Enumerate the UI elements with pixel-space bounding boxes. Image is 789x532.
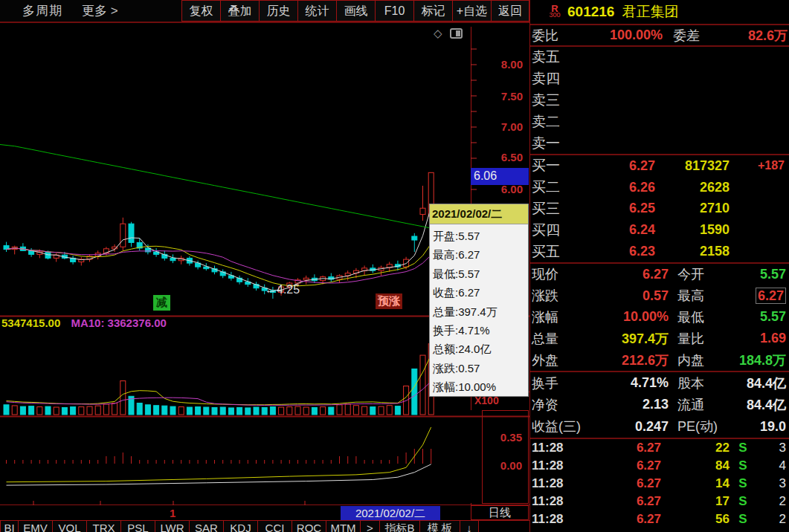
tick-row: 11:286.2717S2 [530, 493, 789, 510]
ask-row: 卖一 [530, 132, 789, 154]
stat-value: 0.57 [600, 288, 669, 304]
tick-count: 3 [756, 476, 788, 491]
tab-indicator-b[interactable]: 指标B [379, 520, 419, 532]
tooltip-line: 最低:5.57 [433, 265, 528, 283]
badge-300: 300 [545, 12, 564, 19]
ask-label: 卖三 [532, 91, 573, 110]
stat-label: 今开 [669, 265, 737, 283]
stat-label: 换手 [532, 374, 600, 392]
tooltip-line: 换手:4.71% [433, 321, 528, 340]
stat-value: 184.8万 [737, 351, 788, 369]
tab-indicator[interactable]: MTM [326, 520, 360, 532]
tick-time: 11:28 [532, 512, 579, 527]
tab-indicator[interactable]: VOL [52, 520, 86, 532]
tick-list[interactable]: 11:286.2722S3 11:286.2784S4 11:286.2714S… [530, 439, 789, 528]
fundamental-stats: 换手4.71%股本84.4亿 净资2.13流通84.4亿 收益(三)0.247P… [530, 372, 789, 439]
tick-price: 6.27 [579, 476, 661, 491]
tooltip-line: 总额:24.0亿 [433, 340, 528, 358]
stat-label: 外盘 [532, 351, 600, 369]
ask-row: 卖二 [530, 111, 789, 132]
bid-row: 买一6.27817327+187 [530, 155, 789, 177]
bid-extra: +187 [730, 159, 788, 172]
tab-more-arrow[interactable]: > [360, 520, 379, 532]
tab-indicator[interactable]: SAR [189, 520, 223, 532]
tick-price: 6.27 [579, 494, 661, 509]
tooltip-body: 开盘:5.57 最高:6.27 最低:5.57 收盘:6.27 总量:397.4… [430, 224, 528, 396]
trading-app: 多周期 更多 > 复权 叠加 历史 统计 画线 F10 标记 +自选 返回 ◇ … [0, 0, 789, 532]
tooltip-line: 涨幅:10.00% [433, 377, 528, 396]
stat-value: 10.00% [600, 309, 669, 325]
indicator-axis-label: 0.35 [471, 431, 522, 444]
quote-row: 现价6.27今开5.57 [530, 264, 789, 285]
stat-label: 涨跌 [532, 287, 600, 305]
r300-index-badge: R 300 [545, 5, 564, 19]
ask-levels: 卖五 卖四 卖三 卖二 卖一 [530, 47, 789, 155]
stock-code: 601216 [567, 4, 614, 20]
chart-region[interactable]: ◇ 8.00 7.50 7.00 6.50 6.00 6.06 减 ←4.25 … [0, 23, 529, 532]
tick-price: 6.27 [579, 441, 661, 455]
tick-count: 4 [756, 458, 788, 473]
tab-indicator[interactable]: EMV [18, 520, 52, 532]
tick-count: 2 [756, 494, 788, 509]
tooltip-line: 开盘:5.57 [433, 227, 528, 245]
tab-indicator[interactable]: LWR [155, 520, 189, 532]
fund-row: 换手4.71%股本84.4亿 [530, 372, 789, 394]
bid-levels: 买一6.27817327+187 买二6.262628 买三6.252710 买… [530, 155, 789, 264]
tick-count: 3 [756, 441, 788, 455]
tab-indicator[interactable]: PSL [120, 520, 155, 532]
quote-row: 涨跌0.57最高6.27 [530, 285, 789, 307]
tick-side: S [730, 458, 756, 473]
current-date-box: 2021/02/02/二 [341, 506, 440, 520]
tab-indicator[interactable]: TRX [86, 520, 120, 532]
tick-volume: 84 [661, 458, 730, 473]
bid-price: 6.27 [573, 158, 655, 174]
crosshair-price-box: 6.06 [471, 168, 529, 185]
volume-ma-labels: 5347415.00 MA10: 3362376.00 [1, 317, 167, 329]
bid-volume: 2710 [655, 201, 730, 216]
tab-indicator[interactable]: KDJ [223, 520, 257, 532]
tooltip-date: 2021/02/02/二 [430, 204, 528, 224]
stat-value: 212.6万 [600, 351, 669, 369]
bid-price: 6.23 [573, 244, 655, 259]
tick-time: 11:28 [532, 458, 579, 473]
stat-value: 5.57 [737, 267, 788, 282]
tab-indicator[interactable]: BI [0, 520, 18, 532]
volume-ma10-value: MA10: 3362376.00 [71, 317, 166, 329]
tick-row: 11:286.2714S3 [530, 475, 789, 493]
tick-volume: 14 [661, 476, 730, 491]
stat-label: 流通 [669, 396, 737, 414]
bid-price: 6.26 [573, 180, 655, 195]
tick-row: 11:286.2756S2 [530, 510, 789, 528]
weibi-row: 委比 100.00% 委差 82.6万 [530, 25, 789, 47]
bid-volume: 2628 [655, 180, 730, 195]
tooltip-line: 总量:397.4万 [433, 302, 528, 321]
fund-row: 净资2.13流通84.4亿 [530, 394, 789, 415]
candle-tooltip: 2021/02/02/二 开盘:5.57 最高:6.27 最低:5.57 收盘:… [429, 204, 529, 397]
tab-indicator[interactable]: ROC [292, 520, 326, 532]
price-axis-label: 6.50 [471, 151, 523, 163]
diamond-icon[interactable]: ◇ [434, 27, 442, 40]
stat-label: PE(动) [669, 418, 737, 435]
stat-value: 5.57 [737, 309, 788, 325]
stock-name: 君正集团 [622, 2, 678, 22]
bid-volume: 2158 [655, 244, 730, 259]
bid-label: 买五 [532, 242, 573, 262]
tab-down-arrow[interactable]: ↓ [460, 520, 479, 532]
stat-value: 1.69 [737, 331, 788, 346]
tab-template[interactable]: 模 板 [419, 520, 460, 532]
stat-value: 19.0 [737, 419, 788, 435]
tooltip-line: 最高:6.27 [433, 245, 528, 264]
tick-row: 11:286.2784S4 [530, 457, 789, 475]
quote-panel: R 300 601216 君正集团 委比 100.00% 委差 82.6万 卖五… [529, 0, 789, 532]
indicator-axis-label: 0.00 [471, 459, 522, 472]
weibi-value: 100.00% [573, 27, 663, 43]
tab-indicator[interactable]: CCI [257, 520, 292, 532]
stat-value: 6.27 [737, 288, 788, 304]
price-axis-label: 8.00 [471, 58, 523, 71]
panel-layout-icon[interactable] [450, 28, 463, 39]
quote-stats: 现价6.27今开5.57 涨跌0.57最高6.27 涨幅10.00%最低5.57… [530, 264, 789, 372]
stat-value: 84.4亿 [737, 396, 788, 414]
stat-label: 最低 [669, 308, 737, 326]
bid-volume: 1590 [655, 222, 730, 238]
period-selector[interactable]: 日线 [471, 505, 529, 520]
